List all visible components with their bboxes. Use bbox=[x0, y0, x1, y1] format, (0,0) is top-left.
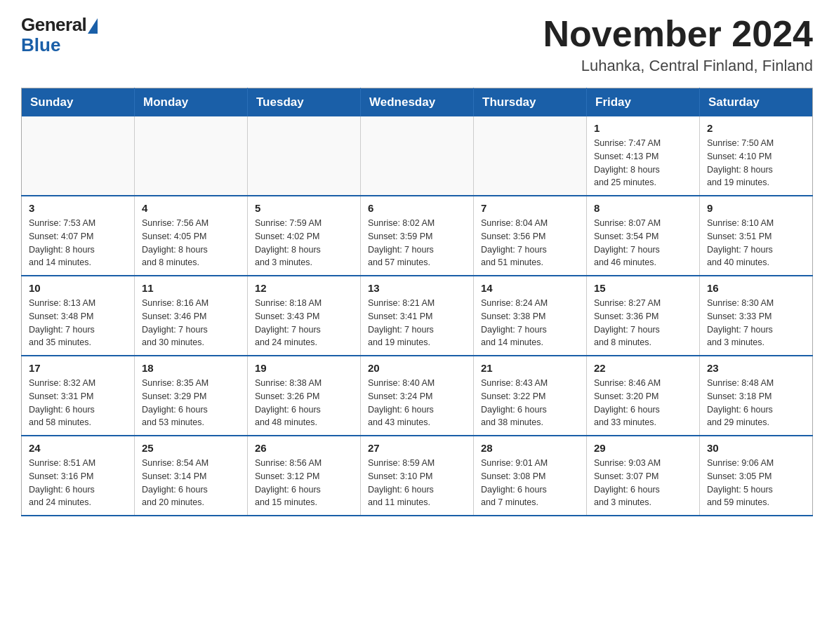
calendar-cell: 16Sunrise: 8:30 AM Sunset: 3:33 PM Dayli… bbox=[700, 276, 813, 356]
calendar-cell: 14Sunrise: 8:24 AM Sunset: 3:38 PM Dayli… bbox=[474, 276, 587, 356]
day-info: Sunrise: 8:18 AM Sunset: 3:43 PM Dayligh… bbox=[255, 297, 353, 349]
day-info: Sunrise: 7:56 AM Sunset: 4:05 PM Dayligh… bbox=[142, 217, 240, 269]
calendar-cell: 12Sunrise: 8:18 AM Sunset: 3:43 PM Dayli… bbox=[248, 276, 361, 356]
column-header-sunday: Sunday bbox=[22, 88, 135, 117]
day-number: 27 bbox=[368, 442, 466, 454]
day-info: Sunrise: 7:47 AM Sunset: 4:13 PM Dayligh… bbox=[594, 137, 692, 189]
day-number: 12 bbox=[255, 282, 353, 294]
day-info: Sunrise: 8:59 AM Sunset: 3:10 PM Dayligh… bbox=[368, 457, 466, 509]
day-number: 26 bbox=[255, 442, 353, 454]
logo-triangle-icon bbox=[88, 18, 98, 34]
day-number: 17 bbox=[29, 362, 127, 374]
calendar-cell: 28Sunrise: 9:01 AM Sunset: 3:08 PM Dayli… bbox=[474, 436, 587, 516]
day-number: 14 bbox=[481, 282, 579, 294]
day-number: 4 bbox=[142, 202, 240, 214]
day-number: 6 bbox=[368, 202, 466, 214]
day-info: Sunrise: 8:21 AM Sunset: 3:41 PM Dayligh… bbox=[368, 297, 466, 349]
day-number: 19 bbox=[255, 362, 353, 374]
day-number: 2 bbox=[707, 122, 805, 134]
logo: General Blue bbox=[21, 14, 98, 56]
day-info: Sunrise: 8:07 AM Sunset: 3:54 PM Dayligh… bbox=[594, 217, 692, 269]
day-number: 21 bbox=[481, 362, 579, 374]
calendar-cell: 30Sunrise: 9:06 AM Sunset: 3:05 PM Dayli… bbox=[700, 436, 813, 516]
calendar-cell: 3Sunrise: 7:53 AM Sunset: 4:07 PM Daylig… bbox=[22, 196, 135, 276]
day-number: 10 bbox=[29, 282, 127, 294]
day-number: 1 bbox=[594, 122, 692, 134]
column-header-wednesday: Wednesday bbox=[361, 88, 474, 117]
day-info: Sunrise: 8:48 AM Sunset: 3:18 PM Dayligh… bbox=[707, 377, 805, 429]
calendar-cell bbox=[22, 116, 135, 196]
calendar-cell: 17Sunrise: 8:32 AM Sunset: 3:31 PM Dayli… bbox=[22, 356, 135, 436]
header: General Blue November 2024 Luhanka, Cent… bbox=[21, 14, 813, 75]
calendar-cell: 29Sunrise: 9:03 AM Sunset: 3:07 PM Dayli… bbox=[587, 436, 700, 516]
day-info: Sunrise: 8:10 AM Sunset: 3:51 PM Dayligh… bbox=[707, 217, 805, 269]
calendar-cell: 1Sunrise: 7:47 AM Sunset: 4:13 PM Daylig… bbox=[587, 116, 700, 196]
day-number: 16 bbox=[707, 282, 805, 294]
day-number: 3 bbox=[29, 202, 127, 214]
calendar-cell: 27Sunrise: 8:59 AM Sunset: 3:10 PM Dayli… bbox=[361, 436, 474, 516]
column-header-tuesday: Tuesday bbox=[248, 88, 361, 117]
calendar-cell bbox=[248, 116, 361, 196]
day-info: Sunrise: 7:50 AM Sunset: 4:10 PM Dayligh… bbox=[707, 137, 805, 189]
logo-blue-text: Blue bbox=[21, 34, 60, 56]
day-info: Sunrise: 8:43 AM Sunset: 3:22 PM Dayligh… bbox=[481, 377, 579, 429]
month-title: November 2024 bbox=[543, 14, 813, 54]
day-number: 5 bbox=[255, 202, 353, 214]
calendar-cell bbox=[474, 116, 587, 196]
calendar-cell: 11Sunrise: 8:16 AM Sunset: 3:46 PM Dayli… bbox=[135, 276, 248, 356]
calendar-cell: 4Sunrise: 7:56 AM Sunset: 4:05 PM Daylig… bbox=[135, 196, 248, 276]
column-header-monday: Monday bbox=[135, 88, 248, 117]
calendar-cell bbox=[361, 116, 474, 196]
day-number: 18 bbox=[142, 362, 240, 374]
day-number: 9 bbox=[707, 202, 805, 214]
day-number: 28 bbox=[481, 442, 579, 454]
day-info: Sunrise: 8:27 AM Sunset: 3:36 PM Dayligh… bbox=[594, 297, 692, 349]
day-info: Sunrise: 9:03 AM Sunset: 3:07 PM Dayligh… bbox=[594, 457, 692, 509]
day-info: Sunrise: 8:56 AM Sunset: 3:12 PM Dayligh… bbox=[255, 457, 353, 509]
day-number: 7 bbox=[481, 202, 579, 214]
day-number: 23 bbox=[707, 362, 805, 374]
day-info: Sunrise: 9:01 AM Sunset: 3:08 PM Dayligh… bbox=[481, 457, 579, 509]
calendar-cell: 6Sunrise: 8:02 AM Sunset: 3:59 PM Daylig… bbox=[361, 196, 474, 276]
title-area: November 2024 Luhanka, Central Finland, … bbox=[543, 14, 813, 75]
day-info: Sunrise: 8:30 AM Sunset: 3:33 PM Dayligh… bbox=[707, 297, 805, 349]
day-info: Sunrise: 8:02 AM Sunset: 3:59 PM Dayligh… bbox=[368, 217, 466, 269]
location-subtitle: Luhanka, Central Finland, Finland bbox=[543, 57, 813, 75]
day-number: 25 bbox=[142, 442, 240, 454]
day-number: 24 bbox=[29, 442, 127, 454]
day-info: Sunrise: 8:16 AM Sunset: 3:46 PM Dayligh… bbox=[142, 297, 240, 349]
calendar-header-row: SundayMondayTuesdayWednesdayThursdayFrid… bbox=[22, 88, 813, 117]
calendar-cell: 2Sunrise: 7:50 AM Sunset: 4:10 PM Daylig… bbox=[700, 116, 813, 196]
day-info: Sunrise: 9:06 AM Sunset: 3:05 PM Dayligh… bbox=[707, 457, 805, 509]
day-info: Sunrise: 8:46 AM Sunset: 3:20 PM Dayligh… bbox=[594, 377, 692, 429]
day-number: 15 bbox=[594, 282, 692, 294]
day-info: Sunrise: 8:04 AM Sunset: 3:56 PM Dayligh… bbox=[481, 217, 579, 269]
day-info: Sunrise: 8:35 AM Sunset: 3:29 PM Dayligh… bbox=[142, 377, 240, 429]
day-number: 22 bbox=[594, 362, 692, 374]
calendar-cell: 26Sunrise: 8:56 AM Sunset: 3:12 PM Dayli… bbox=[248, 436, 361, 516]
day-info: Sunrise: 8:13 AM Sunset: 3:48 PM Dayligh… bbox=[29, 297, 127, 349]
calendar-cell bbox=[135, 116, 248, 196]
calendar-week-row: 17Sunrise: 8:32 AM Sunset: 3:31 PM Dayli… bbox=[22, 356, 813, 436]
calendar-cell: 8Sunrise: 8:07 AM Sunset: 3:54 PM Daylig… bbox=[587, 196, 700, 276]
day-number: 13 bbox=[368, 282, 466, 294]
calendar-cell: 20Sunrise: 8:40 AM Sunset: 3:24 PM Dayli… bbox=[361, 356, 474, 436]
calendar-week-row: 1Sunrise: 7:47 AM Sunset: 4:13 PM Daylig… bbox=[22, 116, 813, 196]
day-info: Sunrise: 7:53 AM Sunset: 4:07 PM Dayligh… bbox=[29, 217, 127, 269]
day-number: 30 bbox=[707, 442, 805, 454]
day-info: Sunrise: 8:54 AM Sunset: 3:14 PM Dayligh… bbox=[142, 457, 240, 509]
calendar-cell: 9Sunrise: 8:10 AM Sunset: 3:51 PM Daylig… bbox=[700, 196, 813, 276]
calendar-week-row: 3Sunrise: 7:53 AM Sunset: 4:07 PM Daylig… bbox=[22, 196, 813, 276]
calendar-cell: 24Sunrise: 8:51 AM Sunset: 3:16 PM Dayli… bbox=[22, 436, 135, 516]
day-info: Sunrise: 8:38 AM Sunset: 3:26 PM Dayligh… bbox=[255, 377, 353, 429]
day-info: Sunrise: 8:51 AM Sunset: 3:16 PM Dayligh… bbox=[29, 457, 127, 509]
day-number: 8 bbox=[594, 202, 692, 214]
day-number: 29 bbox=[594, 442, 692, 454]
calendar-cell: 13Sunrise: 8:21 AM Sunset: 3:41 PM Dayli… bbox=[361, 276, 474, 356]
column-header-friday: Friday bbox=[587, 88, 700, 117]
column-header-thursday: Thursday bbox=[474, 88, 587, 117]
calendar-cell: 21Sunrise: 8:43 AM Sunset: 3:22 PM Dayli… bbox=[474, 356, 587, 436]
calendar-cell: 10Sunrise: 8:13 AM Sunset: 3:48 PM Dayli… bbox=[22, 276, 135, 356]
day-info: Sunrise: 8:40 AM Sunset: 3:24 PM Dayligh… bbox=[368, 377, 466, 429]
logo-general-text: General bbox=[21, 14, 86, 36]
